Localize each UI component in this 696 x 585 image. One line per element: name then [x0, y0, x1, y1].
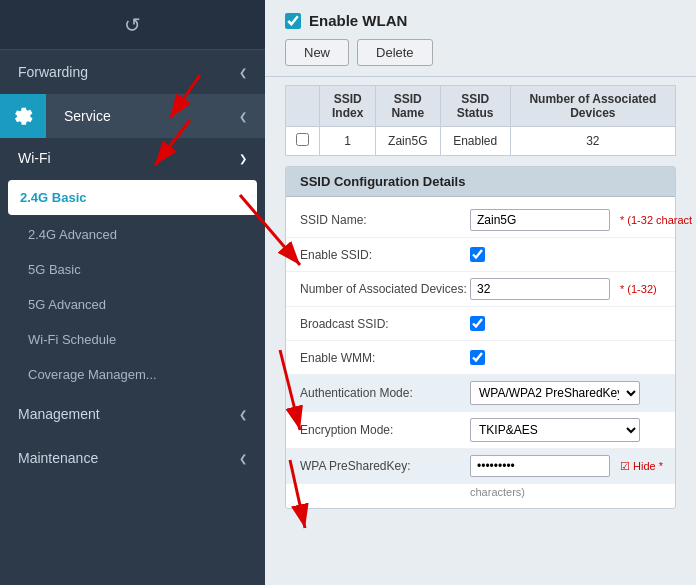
- ssid-name-note: * (1-32 charact: [620, 214, 692, 226]
- num-devices-label: Number of Associated Devices:: [300, 282, 470, 296]
- sidebar-item-5g-basic[interactable]: 5G Basic: [0, 252, 265, 287]
- wifi-label: Wi-Fi: [18, 150, 51, 166]
- broadcast-label: Broadcast SSID:: [300, 317, 470, 331]
- wifi-submenu: 2.4G Basic 2.4G Advanced 5G Basic 5G Adv…: [0, 178, 265, 392]
- config-body: SSID Name: * (1-32 charact Enable SSID:: [286, 197, 675, 508]
- wmm-label: Enable WMM:: [300, 351, 470, 365]
- enable-wlan-row: Enable WLAN: [285, 12, 676, 29]
- sidebar-item-2g-basic[interactable]: 2.4G Basic: [8, 180, 257, 215]
- chevron-up-icon: ❯: [239, 153, 247, 164]
- 5g-advanced-label: 5G Advanced: [28, 297, 106, 312]
- cell-name: Zain5G: [375, 127, 440, 156]
- enable-wlan-label: Enable WLAN: [309, 12, 407, 29]
- ssid-name-label: SSID Name:: [300, 213, 470, 227]
- coverage-label: Coverage Managem...: [28, 367, 157, 382]
- toolbar: New Delete: [285, 39, 676, 66]
- psk-input[interactable]: [470, 455, 610, 477]
- wmm-checkbox[interactable]: [470, 350, 485, 365]
- sidebar-item-2g-advanced[interactable]: 2.4G Advanced: [0, 217, 265, 252]
- cell-status: Enabled: [440, 127, 510, 156]
- main-header: Enable WLAN New Delete: [265, 0, 696, 77]
- enc-mode-select[interactable]: TKIP&AES TKIP AES: [470, 418, 640, 442]
- sidebar-item-service[interactable]: Service ❮: [46, 94, 265, 138]
- delete-button[interactable]: Delete: [357, 39, 433, 66]
- forwarding-label: Forwarding: [18, 64, 88, 80]
- new-button[interactable]: New: [285, 39, 349, 66]
- 2g-advanced-label: 2.4G Advanced: [28, 227, 117, 242]
- wifi-schedule-label: Wi-Fi Schedule: [28, 332, 116, 347]
- gear-icon: [12, 105, 34, 127]
- config-row-auth-mode: Authentication Mode: WPA/WPA2 PreSharedK…: [286, 375, 675, 412]
- num-devices-note: * (1-32): [620, 283, 657, 295]
- sidebar-item-5g-advanced[interactable]: 5G Advanced: [0, 287, 265, 322]
- chevron-down-icon: ❮: [239, 111, 247, 122]
- service-label: Service: [64, 108, 111, 124]
- config-panel: SSID Configuration Details SSID Name: * …: [285, 166, 676, 509]
- ssid-table: SSIDIndex SSIDName SSIDStatus Number of …: [285, 85, 676, 156]
- config-row-num-devices: Number of Associated Devices: * (1-32): [286, 272, 675, 307]
- management-label: Management: [18, 406, 100, 422]
- 2g-basic-label: 2.4G Basic: [20, 190, 87, 205]
- service-row: Service ❮: [0, 94, 265, 138]
- sidebar-item-wifi[interactable]: Wi-Fi ❯: [0, 138, 265, 178]
- auth-mode-select[interactable]: WPA/WPA2 PreSharedKey WPA WPA2 Open: [470, 381, 640, 405]
- sidebar-item-wifi-schedule[interactable]: Wi-Fi Schedule: [0, 322, 265, 357]
- chevron-down-icon: ❮: [239, 453, 247, 464]
- col-ssid-name: SSIDName: [375, 86, 440, 127]
- cell-devices: 32: [510, 127, 675, 156]
- chevron-down-icon: ❮: [239, 67, 247, 78]
- back-icon[interactable]: ↺: [124, 13, 141, 37]
- sidebar-item-forwarding[interactable]: Forwarding ❮: [0, 50, 265, 94]
- config-row-broadcast: Broadcast SSID:: [286, 307, 675, 341]
- 5g-basic-label: 5G Basic: [28, 262, 81, 277]
- enc-mode-label: Encryption Mode:: [300, 423, 470, 437]
- num-devices-input[interactable]: [470, 278, 610, 300]
- chevron-down-icon: ❮: [239, 409, 247, 420]
- col-associated-devices: Number of AssociatedDevices: [510, 86, 675, 127]
- config-row-ssid-name: SSID Name: * (1-32 charact: [286, 203, 675, 238]
- ssid-name-input[interactable]: [470, 209, 610, 231]
- sidebar-item-maintenance[interactable]: Maintenance ❮: [0, 436, 265, 480]
- enable-ssid-label: Enable SSID:: [300, 248, 470, 262]
- row-checkbox[interactable]: [296, 133, 309, 146]
- config-row-enc-mode: Encryption Mode: TKIP&AES TKIP AES: [286, 412, 675, 449]
- config-title: SSID Configuration Details: [286, 167, 675, 197]
- gear-icon-box: [0, 94, 46, 138]
- table-row[interactable]: 1 Zain5G Enabled 32: [286, 127, 676, 156]
- enable-wlan-checkbox[interactable]: [285, 13, 301, 29]
- col-checkbox: [286, 86, 320, 127]
- auth-mode-label: Authentication Mode:: [300, 386, 470, 400]
- config-row-psk: WPA PreSharedKey: ☑ Hide *: [286, 449, 675, 484]
- sidebar-item-management[interactable]: Management ❮: [0, 392, 265, 436]
- cell-index: 1: [320, 127, 376, 156]
- config-row-wmm: Enable WMM:: [286, 341, 675, 375]
- maintenance-label: Maintenance: [18, 450, 98, 466]
- col-ssid-status: SSIDStatus: [440, 86, 510, 127]
- psk-label: WPA PreSharedKey:: [300, 459, 470, 473]
- ssid-table-area: SSIDIndex SSIDName SSIDStatus Number of …: [265, 77, 696, 156]
- sidebar-item-coverage[interactable]: Coverage Managem...: [0, 357, 265, 392]
- broadcast-checkbox[interactable]: [470, 316, 485, 331]
- psk-sub-note: characters): [286, 484, 675, 502]
- psk-hide-note: ☑ Hide *: [620, 460, 663, 473]
- col-ssid-index: SSIDIndex: [320, 86, 376, 127]
- config-row-enable-ssid: Enable SSID:: [286, 238, 675, 272]
- enable-ssid-checkbox[interactable]: [470, 247, 485, 262]
